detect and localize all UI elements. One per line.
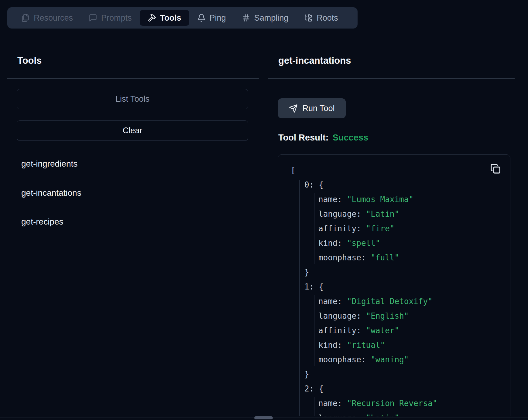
json-value: "Lumos Maxima" bbox=[347, 195, 413, 204]
tab-tools[interactable]: Tools bbox=[140, 10, 189, 26]
indent-guide bbox=[314, 295, 314, 366]
json-brace: { bbox=[319, 384, 324, 393]
json-key: kind: bbox=[318, 340, 347, 350]
json-line: kind: "spell" bbox=[318, 236, 380, 250]
tool-list-item-get-ingredients[interactable]: get-ingredients bbox=[21, 158, 77, 170]
json-index: 2: bbox=[304, 384, 319, 393]
list-tools-button[interactable]: List Tools bbox=[17, 89, 248, 109]
json-line: affinity: "fire" bbox=[318, 221, 394, 236]
json-value: "fire" bbox=[366, 224, 395, 233]
send-icon bbox=[289, 104, 298, 113]
files-icon bbox=[21, 14, 30, 22]
json-line: language: "English" bbox=[318, 309, 409, 323]
json-line: affinity: "water" bbox=[318, 323, 399, 338]
json-bracket: [ bbox=[291, 166, 296, 175]
tool-detail-title: get-incantations bbox=[278, 55, 351, 66]
json-value: "water" bbox=[366, 326, 399, 335]
json-line: name: "Digital Detoxify" bbox=[318, 294, 433, 309]
tab-label: Tools bbox=[160, 13, 181, 23]
json-key: name: bbox=[318, 195, 347, 204]
json-index: 0: bbox=[304, 180, 319, 189]
tool-list-item-get-recipes[interactable]: get-recipes bbox=[21, 216, 63, 228]
tool-result-box: [0: {name: "Lumos Maxima"language: "Lati… bbox=[278, 154, 510, 420]
json-line: moonphase: "full" bbox=[318, 250, 399, 265]
json-line: 1: { bbox=[304, 279, 324, 294]
tool-result-label: Tool Result: bbox=[278, 133, 328, 142]
hammer-icon bbox=[148, 14, 156, 22]
tab-prompts[interactable]: Prompts bbox=[81, 10, 140, 26]
indent-guide bbox=[314, 193, 314, 264]
json-value: "English" bbox=[366, 311, 409, 320]
json-brace: } bbox=[304, 268, 309, 277]
scrollbar-thumb[interactable] bbox=[254, 416, 273, 419]
tool-detail-divider bbox=[268, 78, 515, 79]
json-brace: } bbox=[304, 370, 309, 379]
json-line: [ bbox=[291, 163, 296, 178]
tab-resources[interactable]: Resources bbox=[13, 10, 81, 26]
tool-result-status: Success bbox=[332, 133, 368, 142]
tab-label: Resources bbox=[34, 13, 73, 23]
run-tool-label: Run Tool bbox=[302, 104, 334, 113]
tab-roots[interactable]: Roots bbox=[296, 10, 346, 26]
tool-list-item-get-incantations[interactable]: get-incantations bbox=[21, 187, 81, 199]
tab-ping[interactable]: Ping bbox=[189, 10, 234, 26]
json-key: language: bbox=[318, 209, 366, 218]
bell-icon bbox=[197, 14, 206, 22]
json-key: affinity: bbox=[318, 224, 366, 233]
json-value: "Recursion Reversa" bbox=[347, 399, 437, 408]
json-line: name: "Lumos Maxima" bbox=[318, 192, 413, 207]
json-key: name: bbox=[318, 399, 347, 408]
json-key: language: bbox=[318, 311, 366, 320]
json-line: } bbox=[304, 265, 309, 279]
json-value: "ritual" bbox=[347, 340, 385, 350]
json-value: "waning" bbox=[371, 355, 409, 364]
tab-label: Ping bbox=[210, 13, 226, 23]
json-value: "Latin" bbox=[366, 209, 399, 218]
json-key: moonphase: bbox=[318, 253, 371, 262]
indent-guide bbox=[299, 180, 300, 420]
json-value: "full" bbox=[371, 253, 399, 262]
json-line: language: "Latin" bbox=[318, 207, 399, 221]
json-line: kind: "ritual" bbox=[318, 338, 385, 352]
json-line: name: "Recursion Reversa" bbox=[318, 396, 437, 411]
json-line: 2: { bbox=[304, 381, 324, 396]
hash-icon bbox=[242, 14, 250, 22]
json-key: moonphase: bbox=[318, 355, 371, 364]
copy-button[interactable] bbox=[489, 162, 502, 175]
tab-bar: ResourcesPromptsToolsPingSamplingRoots bbox=[7, 7, 358, 29]
json-value: "Digital Detoxify" bbox=[347, 297, 433, 306]
tool-result-line: Tool Result:Success bbox=[278, 133, 368, 143]
tools-panel-divider bbox=[7, 78, 259, 79]
copy-icon bbox=[490, 164, 501, 174]
tab-label: Sampling bbox=[254, 13, 289, 23]
json-key: name: bbox=[318, 297, 347, 306]
json-line: 0: { bbox=[304, 178, 324, 192]
json-index: 1: bbox=[304, 282, 319, 291]
json-line: } bbox=[304, 367, 309, 381]
json-key: affinity: bbox=[318, 326, 366, 335]
run-tool-button[interactable]: Run Tool bbox=[278, 98, 346, 118]
tab-sampling[interactable]: Sampling bbox=[234, 10, 297, 26]
send-icon bbox=[289, 104, 298, 113]
folder-tree-icon bbox=[304, 14, 313, 22]
json-brace: { bbox=[319, 282, 324, 291]
json-line: moonphase: "waning" bbox=[318, 352, 409, 367]
tab-label: Roots bbox=[317, 13, 338, 23]
horizontal-scrollbar bbox=[0, 416, 528, 420]
tab-label: Prompts bbox=[101, 13, 132, 23]
clear-button[interactable]: Clear bbox=[17, 120, 248, 141]
json-brace: { bbox=[319, 180, 324, 189]
tools-panel-title: Tools bbox=[17, 55, 42, 66]
json-key: kind: bbox=[318, 239, 347, 248]
json-value: "spell" bbox=[347, 239, 380, 248]
message-square-icon bbox=[89, 14, 97, 22]
